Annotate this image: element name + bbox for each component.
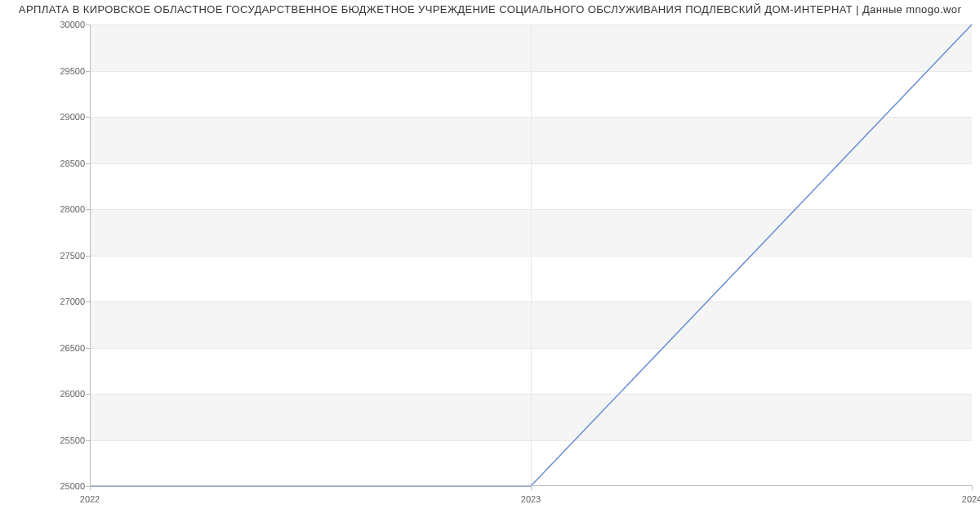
x-tick-mark — [531, 486, 532, 490]
x-tick-label: 2022 — [80, 494, 100, 504]
plot-area: 2500025500260002650027000275002800028500… — [90, 25, 972, 486]
y-tick-mark — [86, 25, 90, 25]
y-tick-label: 29500 — [41, 66, 85, 76]
y-tick-mark — [86, 348, 90, 349]
y-tick-mark — [86, 71, 90, 72]
x-tick-label: 2024 — [962, 494, 980, 504]
y-tick-label: 29000 — [41, 112, 85, 122]
y-tick-mark — [86, 256, 90, 257]
y-tick-label: 26000 — [41, 389, 85, 399]
line-layer — [90, 25, 972, 486]
x-tick-mark — [90, 486, 91, 490]
x-tick-mark — [972, 486, 973, 490]
y-axis-line — [90, 25, 91, 486]
y-tick-label: 28000 — [41, 204, 85, 214]
y-tick-label: 27000 — [41, 297, 85, 306]
y-tick-mark — [86, 440, 90, 441]
series-line — [90, 25, 972, 486]
y-tick-mark — [86, 301, 90, 302]
y-tick-label: 30000 — [41, 20, 85, 29]
y-tick-label: 28500 — [41, 158, 85, 168]
x-tick-label: 2023 — [521, 494, 541, 504]
y-tick-label: 25500 — [41, 435, 85, 445]
y-tick-label: 26500 — [41, 343, 85, 353]
chart-title: АРПЛАТА В КИРОВСКОЕ ОБЛАСТНОЕ ГОСУДАРСТВ… — [0, 3, 980, 16]
y-tick-label: 27500 — [41, 251, 85, 261]
chart-container: АРПЛАТА В КИРОВСКОЕ ОБЛАСТНОЕ ГОСУДАРСТВ… — [0, 0, 980, 531]
y-tick-mark — [86, 394, 90, 395]
y-tick-label: 25000 — [41, 481, 85, 491]
y-tick-mark — [86, 209, 90, 210]
y-tick-mark — [86, 163, 90, 164]
y-tick-mark — [86, 117, 90, 118]
